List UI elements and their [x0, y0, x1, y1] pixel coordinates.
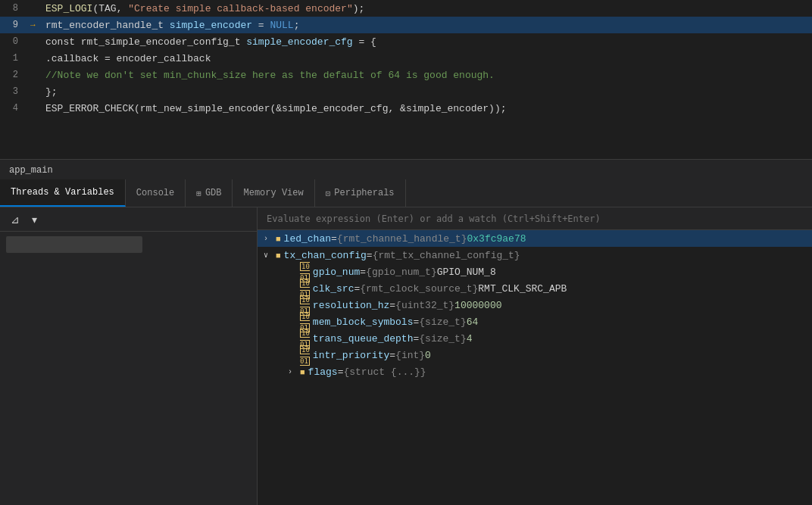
var-row-resolution_hz[interactable]: 1001resolution_hz = {uint32_t} 10000000 [258, 297, 812, 313]
left-search-area [0, 232, 257, 257]
tx_chan_config-name: tx_chan_config [284, 250, 367, 261]
var-row-led_chan[interactable]: ›■led_chan = {rmt_channel_handle_t} 0x3f… [258, 230, 812, 247]
resolution_hz-value: 10000000 [454, 300, 501, 311]
code-token: ); [353, 3, 365, 14]
led_chan-type-icon: ■ [276, 233, 284, 245]
code-content: rmt_encoder_handle_t simple_encoder = NU… [42, 20, 812, 31]
tab-memory-view[interactable]: Memory View [233, 179, 314, 207]
code-token: "Create simple callback-based encoder" [128, 3, 352, 14]
dropdown-button[interactable]: ▾ [27, 212, 42, 227]
line-number: 8 [0, 3, 30, 14]
tab-label: GDB [205, 188, 222, 198]
tab-label: Peripherals [334, 188, 394, 198]
code-content: const rmt_simple_encoder_config_t simple… [42, 36, 812, 48]
tab-label: Memory View [243, 188, 303, 198]
code-editor: 8 ESP_LOGI(TAG, "Create simple callback-… [0, 0, 812, 159]
tab-console[interactable]: Console [126, 179, 186, 207]
arrow-indicator: → [30, 20, 42, 30]
code-content: }; [42, 86, 812, 98]
var-row-intr_priority[interactable]: 1001intr_priority = {int} 0 [258, 347, 812, 363]
left-panel: ⊿ ▾ [0, 207, 258, 505]
code-token: rmt_encoder_handle_t [45, 20, 170, 31]
flags-type: {struct {...}} [343, 366, 426, 378]
variables-toolbar: ⊿ ▾ [0, 207, 257, 232]
filter-button[interactable]: ⊿ [6, 212, 24, 227]
gdb-icon: ⊞ [196, 189, 201, 198]
code-token: NULL [270, 20, 293, 31]
gpio_num-separator: = [360, 267, 366, 278]
trans_queue_depth-value: 4 [467, 333, 473, 344]
code-line: 3 }; [0, 83, 812, 100]
intr_priority-name: intr_priority [313, 350, 389, 361]
tab-peripherals[interactable]: ⊡Peripherals [315, 179, 406, 207]
gpio_num-value: GPIO_NUM_8 [437, 267, 496, 278]
var-row-mem_block_symbols[interactable]: 1001mem_block_symbols = {size_t} 64 [258, 313, 812, 330]
resolution_hz-name: resolution_hz [313, 300, 389, 311]
clk_src-value: RMT_CLK_SRC_APB [478, 283, 567, 295]
code-line: 0 const rmt_simple_encoder_config_t simp… [0, 33, 812, 50]
code-line: 8 ESP_LOGI(TAG, "Create simple callback-… [0, 0, 812, 17]
code-token: ; [294, 20, 300, 31]
flags-chevron[interactable]: › [288, 368, 300, 376]
led_chan-value: 0x3fc9ae78 [467, 233, 526, 245]
var-row-trans_queue_depth[interactable]: 1001trans_queue_depth = {size_t} 4 [258, 330, 812, 347]
bottom-section: Threads & VariablesConsole⊞GDBMemory Vie… [0, 180, 812, 505]
peripherals-icon: ⊡ [326, 189, 331, 198]
clk_src-name: clk_src [313, 283, 354, 295]
gpio_num-name: gpio_num [313, 267, 360, 278]
flags-separator: = [338, 366, 344, 378]
code-token: .callback = encoder_callback [45, 53, 211, 64]
right-panel: ›■led_chan = {rmt_channel_handle_t} 0x3f… [258, 207, 812, 505]
line-number: 9 [0, 20, 30, 30]
code-content: //Note we don't set min_chunk_size here … [42, 70, 812, 81]
code-token: //Note we don't set min_chunk_size here … [45, 70, 495, 81]
code-line: 2 //Note we don't set min_chunk_size her… [0, 67, 812, 83]
trans_queue_depth-type: {size_t} [419, 333, 466, 344]
code-content: ESP_LOGI(TAG, "Create simple callback-ba… [42, 3, 812, 14]
variables-list: ›■led_chan = {rmt_channel_handle_t} 0x3f… [258, 230, 812, 505]
tx_chan_config-chevron[interactable]: ∨ [264, 251, 276, 260]
var-row-gpio_num[interactable]: 1001gpio_num = {gpio_num_t} GPIO_NUM_8 [258, 263, 812, 280]
code-content: ESP_ERROR_CHECK(rmt_new_simple_encoder(&… [42, 103, 812, 114]
led_chan-separator: = [331, 233, 337, 245]
code-token: const rmt_simple_encoder_config_t [45, 36, 246, 48]
line-number: 3 [0, 86, 30, 97]
tab-gdb[interactable]: ⊞GDB [186, 179, 233, 207]
led_chan-chevron[interactable]: › [264, 235, 276, 243]
intr_priority-value: 0 [425, 350, 431, 361]
code-token: = [252, 20, 270, 31]
clk_src-separator: = [354, 283, 360, 295]
expression-input[interactable] [267, 214, 803, 224]
line-number: 2 [0, 70, 30, 80]
resolution_hz-type: {uint32_t} [395, 300, 454, 311]
app-layout: 8 ESP_LOGI(TAG, "Create simple callback-… [0, 0, 812, 505]
led_chan-type: {rmt_channel_handle_t} [337, 233, 467, 245]
code-token: }; [45, 86, 58, 98]
mem_block_symbols-separator: = [413, 316, 419, 328]
var-row-flags[interactable]: ›■flags = {struct {...}} [258, 363, 812, 380]
chevron-down-icon: ▾ [32, 214, 37, 226]
line-number: 1 [0, 53, 30, 64]
mem_block_symbols-value: 64 [467, 316, 479, 328]
code-token: simple_encoder [170, 20, 252, 31]
tab-label: Threads & Variables [11, 187, 114, 198]
line-number: 0 [0, 36, 30, 47]
tx_chan_config-type: {rmt_tx_channel_config_t} [373, 250, 520, 261]
filter-icon: ⊿ [11, 214, 20, 226]
tab-bar: Threads & VariablesConsole⊞GDBMemory Vie… [0, 180, 812, 207]
var-row-tx_chan_config[interactable]: ∨■tx_chan_config = {rmt_tx_channel_confi… [258, 247, 812, 263]
breadcrumb: app_main [0, 159, 812, 180]
intr_priority-type: {int} [395, 350, 425, 361]
var-row-clk_src[interactable]: 1001clk_src = {rmt_clock_source_t} RMT_C… [258, 280, 812, 297]
tab-threads-variables[interactable]: Threads & Variables [0, 179, 126, 207]
led_chan-name: led_chan [284, 233, 331, 245]
code-token: ESP_LOGI [45, 3, 92, 14]
left-search-input[interactable] [6, 236, 142, 253]
resolution_hz-separator: = [389, 300, 395, 311]
trans_queue_depth-separator: = [413, 333, 419, 344]
mem_block_symbols-name: mem_block_symbols [313, 316, 414, 328]
trans_queue_depth-name: trans_queue_depth [313, 333, 414, 344]
main-area: ⊿ ▾ ›■led_chan = {rmt_channel_handle_t} [0, 207, 812, 505]
code-line: 1 .callback = encoder_callback [0, 50, 812, 67]
intr_priority-separator: = [389, 350, 395, 361]
